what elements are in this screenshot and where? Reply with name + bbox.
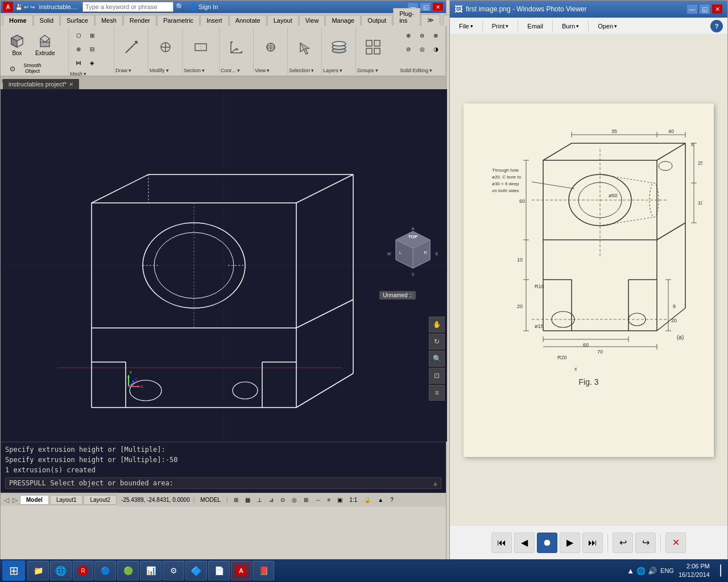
layers-label[interactable]: Layers▾ — [323, 66, 354, 73]
taskbar-app-chrome[interactable]: 🌐 — [50, 561, 72, 580]
coor-label[interactable]: Coor...▾ — [221, 66, 252, 73]
nav-more-btn[interactable]: ≡ — [429, 385, 445, 401]
tab-surface[interactable]: Surface — [60, 15, 94, 26]
se-tool-3[interactable]: ⊗ — [429, 29, 442, 41]
selection-label[interactable]: Selection▾ — [289, 66, 320, 73]
view-label[interactable]: View▾ — [255, 66, 286, 73]
section-tool[interactable] — [188, 35, 214, 59]
pv-menu-print[interactable]: Print▾ — [487, 20, 514, 32]
restore-btn[interactable]: ◱ — [420, 2, 431, 11]
status-help[interactable]: ? — [388, 497, 396, 503]
viewport[interactable]: [-][Custom View][Hidden] — [1, 89, 447, 442]
taskbar-app-autocad[interactable]: A — [231, 561, 251, 580]
pan-btn[interactable]: ✋ — [429, 317, 445, 332]
doc-tab-active[interactable]: instructables project* ✕ — [3, 79, 79, 89]
taskbar-app-7[interactable]: 📄 — [208, 561, 230, 580]
status-scale[interactable]: 1:1 — [347, 497, 359, 503]
tab-render[interactable]: Render — [123, 15, 156, 26]
tab-layout[interactable]: Layout — [267, 15, 299, 26]
pv-close-btn[interactable]: ✕ — [712, 4, 723, 14]
taskbar-app-3[interactable]: 🟢 — [117, 561, 139, 580]
taskbar-app-explorer[interactable]: 📁 — [27, 561, 49, 580]
status-otrack[interactable]: ⊞ — [301, 497, 311, 503]
pv-play-btn[interactable]: ⏺ — [537, 533, 557, 553]
status-dyn[interactable]: → — [313, 497, 323, 503]
tab-solid[interactable]: Solid — [34, 15, 60, 26]
solid-editing-label[interactable]: Solid Editing▾ — [400, 66, 444, 73]
tab-parametric[interactable]: Parametric — [157, 15, 200, 26]
doc-tab-close[interactable]: ✕ — [69, 81, 73, 88]
pv-undo-btn[interactable]: ↩ — [613, 533, 633, 553]
pv-redo-btn[interactable]: ↪ — [635, 533, 656, 553]
pv-help-btn[interactable]: ? — [710, 20, 723, 32]
tab-more[interactable]: ≫ — [421, 14, 440, 26]
layers-tool[interactable] — [326, 35, 352, 59]
tab-output[interactable]: Output — [361, 15, 392, 26]
pv-prev-btn[interactable]: ◀ — [514, 533, 535, 553]
status-osnap[interactable]: ⊙ — [278, 497, 287, 503]
network-icon[interactable]: 🌐 — [636, 567, 646, 575]
tab-view[interactable]: View — [299, 15, 325, 26]
tab-manage[interactable]: Manage — [325, 15, 361, 26]
taskbar-app-2[interactable]: 🔵 — [94, 561, 116, 580]
taskbar-app-1[interactable]: R — [73, 561, 93, 580]
mesh-tool-3[interactable]: ⊛ — [72, 43, 85, 55]
layout-prev-btn[interactable]: ◁ — [3, 496, 10, 504]
tab-home[interactable]: Home — [3, 15, 33, 26]
taskbar-app-5[interactable]: ⚙ — [163, 561, 184, 580]
se-tool-6[interactable]: ◑ — [429, 43, 442, 55]
pv-minimize-btn[interactable]: — — [686, 4, 698, 14]
se-tool-2[interactable]: ⊖ — [416, 29, 428, 41]
mesh-tool-5[interactable]: ⋈ — [72, 56, 85, 69]
se-tool-1[interactable]: ⊕ — [402, 29, 415, 41]
status-ws[interactable]: ▲ — [375, 497, 386, 503]
groups-label[interactable]: Groups▾ — [357, 66, 389, 73]
tab-mesh[interactable]: Mesh — [95, 15, 123, 26]
tab-annotate[interactable]: Annotate — [229, 15, 267, 26]
coor-tool[interactable] — [224, 35, 250, 59]
cmd-expand-icon[interactable]: ▲ — [433, 479, 437, 487]
smooth-object-tool[interactable]: ⊙ Smooth Object — [4, 61, 65, 76]
show-desktop-btn[interactable]: ▕ — [713, 564, 721, 577]
status-snap[interactable]: ⊞ — [231, 497, 241, 503]
taskbar-app-4[interactable]: 📊 — [140, 561, 162, 580]
section-label[interactable]: Section▾ — [184, 66, 218, 73]
pv-next-btn[interactable]: ▶ — [560, 533, 580, 553]
se-tool-5[interactable]: ◎ — [416, 43, 428, 55]
box-tool[interactable]: Box — [4, 29, 30, 59]
layout-tab-1[interactable]: Layout1 — [50, 495, 83, 505]
zoom-ext-btn[interactable]: ⊡ — [429, 368, 445, 384]
status-model[interactable]: MODEL — [198, 497, 223, 503]
pv-menu-burn[interactable]: Burn▾ — [557, 20, 584, 32]
status-lock[interactable]: 🔒 — [362, 497, 373, 503]
pv-menu-email[interactable]: Email — [523, 20, 548, 32]
pv-menu-open[interactable]: Open▾ — [593, 20, 622, 32]
mesh-tool-2[interactable]: ⊞ — [86, 29, 98, 41]
layout-tab-model[interactable]: Model — [20, 495, 49, 505]
pv-close-image-btn[interactable]: ✕ — [665, 533, 686, 553]
se-tool-4[interactable]: ⊘ — [402, 43, 415, 55]
groups-tool[interactable] — [360, 35, 386, 59]
tab-insert[interactable]: Insert — [200, 15, 229, 26]
pv-last-btn[interactable]: ⏭ — [582, 533, 603, 553]
draw-label[interactable]: Draw▾ — [115, 66, 147, 73]
taskbar-app-6[interactable]: 🔷 — [185, 561, 207, 580]
search-input[interactable] — [82, 2, 173, 12]
zoom-btn[interactable]: 🔍 — [429, 351, 445, 367]
layout-tab-2[interactable]: Layout2 — [84, 495, 117, 505]
layout-next-btn[interactable]: ▷ — [11, 496, 19, 504]
taskbar-clock[interactable]: 2:06 PM 16/12/2014 — [679, 562, 710, 580]
status-3dosnap[interactable]: ◎ — [289, 497, 299, 503]
signin-btn[interactable]: 👤 Sign In — [189, 3, 218, 11]
status-polar[interactable]: ⊿ — [267, 497, 276, 503]
systray-up-icon[interactable]: ▲ — [627, 567, 634, 575]
status-trans[interactable]: ▣ — [335, 497, 345, 503]
volume-icon[interactable]: 🔊 — [648, 567, 657, 575]
status-ortho[interactable]: ⊥ — [255, 497, 264, 503]
selection-tool[interactable] — [292, 35, 318, 59]
pv-menu-file[interactable]: File▾ — [454, 20, 478, 32]
start-button[interactable]: ⊞ — [2, 560, 25, 581]
close-btn[interactable]: ✕ — [432, 2, 444, 11]
draw-tool[interactable] — [118, 35, 144, 59]
pv-first-btn[interactable]: ⏮ — [491, 533, 512, 553]
